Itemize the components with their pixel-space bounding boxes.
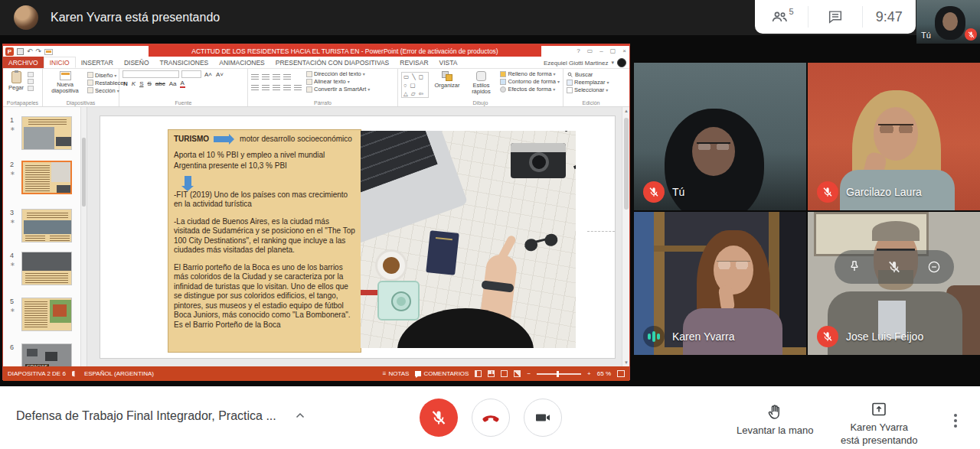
tab-inicio[interactable]: INICIO bbox=[44, 57, 76, 68]
current-slide[interactable]: TURISMO motor desarrollo socioeconómico … bbox=[100, 116, 615, 358]
video-tile-karen-yvarra[interactable]: Karen Yvarra bbox=[634, 212, 806, 355]
meeting-details-button[interactable]: Defensa de Trabajo Final Integrador, Pra… bbox=[16, 409, 307, 423]
decrease-font-icon[interactable]: A˅ bbox=[215, 71, 224, 78]
numbering-icon[interactable] bbox=[262, 74, 270, 80]
clipboard-group-label: Portapapeles bbox=[3, 100, 42, 106]
slide-thumbnail-3[interactable]: 3 ∗ bbox=[3, 209, 87, 244]
slide-scrollbar[interactable]: ▲ ▼ bbox=[622, 107, 629, 366]
tab-vista[interactable]: VISTA bbox=[434, 57, 463, 68]
find-button[interactable]: Buscar bbox=[567, 71, 616, 78]
video-tile-garcilazo-laura[interactable]: Garcilazo Laura bbox=[808, 63, 980, 210]
zoom-level[interactable]: 65 % bbox=[597, 370, 611, 377]
indent-icon[interactable] bbox=[273, 74, 280, 80]
video-tile-tu[interactable]: Tú bbox=[634, 63, 806, 210]
minimize-button[interactable]: – bbox=[599, 48, 603, 54]
font-name-select[interactable] bbox=[122, 70, 179, 78]
line-spacing-icon[interactable] bbox=[283, 74, 291, 80]
mute-participant-button[interactable] bbox=[887, 259, 902, 275]
align-left-icon[interactable] bbox=[251, 85, 259, 91]
align-text-button[interactable]: Alinear texto ▾ bbox=[306, 78, 370, 85]
tab-transiciones[interactable]: TRANSICIONES bbox=[155, 57, 214, 68]
ribbon-display-button[interactable]: ▭ bbox=[587, 48, 593, 54]
powerpoint-logo-icon[interactable]: P bbox=[5, 47, 14, 56]
restore-button[interactable]: ▢ bbox=[610, 48, 616, 54]
remove-participant-button[interactable] bbox=[926, 259, 942, 275]
comments-button[interactable]: COMENTARIOS bbox=[415, 370, 469, 377]
tab-diseno[interactable]: DISEÑO bbox=[119, 57, 155, 68]
editing-group-label: Edición bbox=[564, 100, 619, 106]
powerpoint-shared-window[interactable]: P ↶ ↷ ACTITUD DE LOS RESIDENTES HACIA EL… bbox=[2, 44, 630, 380]
slideshow-view-button[interactable] bbox=[514, 370, 521, 377]
replace-button[interactable]: Reemplazar ▾ bbox=[567, 79, 616, 86]
align-center-icon[interactable] bbox=[262, 85, 270, 91]
font-color-button[interactable]: A bbox=[180, 80, 185, 88]
new-slide-button[interactable]: Nueva diapositiva bbox=[46, 70, 84, 96]
notes-button[interactable]: ≡ NOTAS bbox=[383, 370, 410, 377]
selfview-thumbnail[interactable]: Tú bbox=[916, 0, 980, 44]
more-options-button[interactable] bbox=[954, 414, 957, 428]
shape-outline-button[interactable]: Contorno de forma ▾ bbox=[500, 78, 560, 85]
shapes-gallery[interactable]: ▭ ╲ ◻ ○ ▢ △ ▱ ⇦ ⇩ ◇ ☆ ◠ { } = bbox=[401, 72, 429, 98]
bold-button[interactable]: N bbox=[122, 80, 129, 87]
bullets-icon[interactable] bbox=[251, 74, 259, 80]
smartart-button[interactable]: Convertir a SmartArt ▾ bbox=[306, 86, 370, 93]
copy-icon[interactable] bbox=[28, 79, 34, 84]
thumbnail-scrollbar[interactable] bbox=[80, 107, 87, 366]
tab-presentacion[interactable]: PRESENTACIÓN CON DIAPOSITIVAS bbox=[270, 57, 394, 68]
quick-styles-button[interactable]: Estilos rápidos bbox=[466, 70, 496, 96]
paste-button[interactable]: Pegar bbox=[6, 70, 26, 92]
slide-thumbnail-2-selected[interactable]: 2 ∗ bbox=[3, 161, 87, 197]
change-case-button[interactable]: Aa bbox=[168, 80, 178, 87]
start-slideshow-icon[interactable] bbox=[44, 49, 53, 55]
italic-button[interactable]: K bbox=[131, 80, 136, 87]
chat-button[interactable] bbox=[808, 6, 861, 28]
mic-toggle-button[interactable] bbox=[420, 399, 458, 437]
justify-icon[interactable] bbox=[283, 85, 291, 91]
tab-archivo[interactable]: ARCHIVO bbox=[3, 57, 44, 68]
align-right-icon[interactable] bbox=[273, 85, 280, 91]
strikethrough-button[interactable]: S bbox=[146, 80, 152, 87]
slide-thumbnail-6[interactable]: 6 GRACIAS bbox=[3, 343, 87, 366]
slide-thumbnail-4[interactable]: 4 ∗ bbox=[3, 252, 87, 287]
undo-icon[interactable]: ↶ bbox=[27, 48, 33, 55]
tab-insertar[interactable]: INSERTAR bbox=[76, 57, 119, 68]
raise-hand-button[interactable]: Levantar la mano bbox=[737, 403, 813, 438]
font-size-select[interactable] bbox=[181, 70, 201, 78]
redo-icon[interactable]: ↷ bbox=[36, 48, 42, 55]
text-direction-button[interactable]: Dirección del texto ▾ bbox=[306, 70, 370, 77]
zoom-out-button[interactable]: − bbox=[527, 370, 531, 377]
pin-participant-button[interactable] bbox=[847, 259, 862, 275]
cut-icon[interactable] bbox=[28, 72, 34, 77]
columns-icon[interactable] bbox=[294, 85, 302, 91]
help-button[interactable]: ? bbox=[577, 48, 580, 54]
participants-button[interactable]: 5 bbox=[755, 6, 808, 28]
arrange-button[interactable]: Organizar bbox=[433, 70, 462, 89]
video-tile-jose-luis-feijoo[interactable]: Jose Luis Feijoo bbox=[808, 212, 980, 355]
clear-format-button[interactable]: abc bbox=[155, 80, 166, 87]
normal-view-button[interactable] bbox=[475, 370, 482, 377]
slide-thumbnail-1[interactable]: 1 ∗ bbox=[3, 116, 87, 151]
fit-slide-button[interactable] bbox=[617, 370, 625, 377]
tab-revisar[interactable]: REVISAR bbox=[394, 57, 433, 68]
save-icon[interactable] bbox=[17, 48, 24, 55]
increase-font-icon[interactable]: A˄ bbox=[204, 71, 213, 78]
reading-view-button[interactable] bbox=[501, 370, 508, 377]
ppt-account[interactable]: Ezequiel Giotti Martinez ▾ bbox=[544, 57, 626, 69]
shape-effects-button[interactable]: Efectos de forma ▾ bbox=[500, 86, 560, 93]
close-button[interactable]: × bbox=[622, 48, 626, 54]
language-indicator[interactable]: ESPAÑOL (ARGENTINA) bbox=[84, 370, 154, 377]
format-painter-icon[interactable] bbox=[28, 86, 34, 91]
underline-button[interactable]: S bbox=[139, 80, 144, 87]
zoom-slider[interactable] bbox=[537, 373, 581, 375]
slide-sorter-view-button[interactable] bbox=[488, 370, 495, 377]
proofing-icon[interactable] bbox=[72, 371, 78, 377]
slide-thumbnail-5[interactable]: 5 ∗ bbox=[3, 298, 87, 333]
shape-fill-button[interactable]: Relleno de forma ▾ bbox=[500, 70, 560, 77]
select-button[interactable]: Seleccionar ▾ bbox=[567, 86, 616, 93]
slide-number: 3 bbox=[10, 209, 14, 216]
tab-animaciones[interactable]: ANIMACIONES bbox=[214, 57, 270, 68]
zoom-in-button[interactable]: + bbox=[587, 370, 591, 377]
camera-toggle-button[interactable] bbox=[524, 399, 562, 437]
presenting-status-button[interactable]: Karen Yvarra está presentando bbox=[841, 400, 917, 447]
leave-call-button[interactable] bbox=[472, 399, 510, 437]
